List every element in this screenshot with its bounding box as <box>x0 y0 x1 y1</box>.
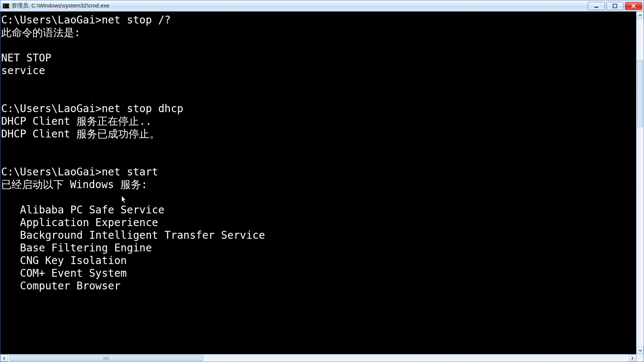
titlebar[interactable]: C:\ 管理员: C:\Windows\system32\cmd.exe <box>0 0 644 12</box>
terminal-wrap: C:\Users\LaoGai>net stop /? 此命令的语法是: NET… <box>0 12 644 354</box>
minimize-icon <box>594 3 599 9</box>
minimize-button[interactable] <box>588 2 605 10</box>
scroll-down-button[interactable] <box>637 347 644 354</box>
svg-rect-0 <box>594 7 598 8</box>
chevron-down-icon <box>638 349 642 352</box>
cmd-icon: C:\ <box>3 3 9 9</box>
scroll-up-button[interactable] <box>637 12 644 19</box>
vertical-scrollbar[interactable] <box>636 12 644 354</box>
chevron-up-icon <box>638 13 642 17</box>
close-button[interactable] <box>625 2 642 10</box>
mouse-pointer-icon <box>121 196 127 203</box>
chevron-left-icon <box>2 356 6 360</box>
svg-rect-1 <box>613 4 617 8</box>
terminal-output[interactable]: C:\Users\LaoGai>net stop /? 此命令的语法是: NET… <box>0 12 636 354</box>
vertical-scroll-thumb[interactable] <box>637 60 643 127</box>
resize-grip[interactable] <box>636 354 644 362</box>
window-controls <box>588 2 644 10</box>
maximize-button[interactable] <box>606 2 624 10</box>
horizontal-scrollbar[interactable] <box>0 354 644 362</box>
maximize-icon <box>612 3 618 9</box>
scroll-grip-icon <box>99 357 114 360</box>
window-title: 管理员: C:\Windows\system32\cmd.exe <box>12 2 110 9</box>
scroll-right-button[interactable] <box>629 355 636 362</box>
scroll-left-button[interactable] <box>0 355 8 362</box>
chevron-right-icon <box>631 356 634 360</box>
horizontal-scroll-thumb[interactable] <box>9 355 203 361</box>
cmd-window: C:\ 管理员: C:\Windows\system32\cmd.exe C:\… <box>0 0 644 362</box>
close-icon <box>631 3 636 9</box>
